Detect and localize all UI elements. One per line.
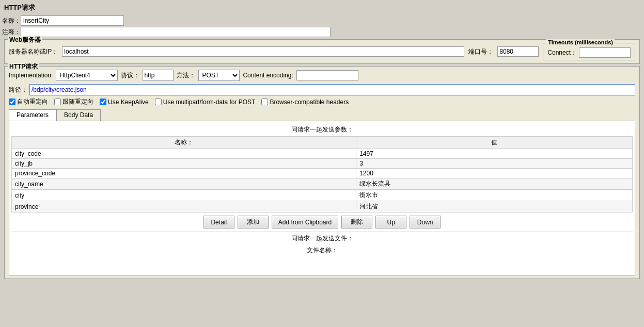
param-name: province_code: [12, 169, 356, 178]
encoding-input[interactable]: [296, 70, 358, 80]
table-row[interactable]: city_name绿水长流县: [12, 178, 633, 190]
impl-select[interactable]: HttpClient4: [56, 70, 118, 81]
comment-label: 注释：: [2, 28, 21, 37]
down-button[interactable]: Down: [410, 216, 441, 228]
cb-auto-redirect[interactable]: 自动重定向: [9, 97, 48, 106]
add-button[interactable]: 添加: [238, 216, 269, 228]
cb-multipart-label: Use multipart/form-data for POST: [163, 99, 256, 106]
checkboxes-row: 自动重定向 跟随重定向 Use KeepAlive Use multipart/…: [9, 97, 635, 106]
comment-row: 注释：: [2, 27, 642, 37]
param-value: 衡水市: [356, 190, 633, 201]
connect-input[interactable]: [579, 47, 631, 58]
table-row[interactable]: city_jb3: [12, 159, 633, 169]
param-name: province: [12, 201, 356, 212]
params-table: 名称： 值 city_code1497city_jb3province_code…: [11, 136, 633, 212]
add-clipboard-button[interactable]: Add from Clipboard: [272, 216, 338, 228]
param-value: 3: [356, 159, 633, 169]
delete-button[interactable]: 删除: [341, 216, 372, 228]
table-row[interactable]: province_code1200: [12, 169, 633, 178]
param-name: city: [12, 190, 356, 201]
filename-label: 文件名称：: [307, 247, 338, 254]
tab-body-data[interactable]: Body Data: [56, 109, 101, 121]
table-row[interactable]: province河北省: [12, 201, 633, 212]
param-name: city_code: [12, 149, 356, 159]
file-section: 同请求一起发送文件：: [11, 232, 633, 245]
file-name-row: 文件名称：: [11, 245, 633, 256]
col-header-value: 值: [356, 137, 633, 149]
page: HTTP请求 名称： 注释： Web服务器 服务器名称或IP： 端口号： Tim…: [0, 0, 644, 327]
name-input[interactable]: [21, 15, 124, 26]
param-value: 1497: [356, 149, 633, 159]
table-row[interactable]: city衡水市: [12, 190, 633, 201]
encoding-label: Content encoding:: [243, 72, 293, 79]
comment-input[interactable]: [21, 27, 331, 37]
cb-browser-headers-label: Browser-compatible headers: [270, 99, 349, 106]
param-name: city_jb: [12, 159, 356, 169]
detail-button[interactable]: Detail: [203, 216, 234, 228]
param-value: 河北省: [356, 201, 633, 212]
file-section-title: 同请求一起发送文件：: [291, 235, 353, 242]
cb-browser-headers[interactable]: Browser-compatible headers: [261, 99, 349, 106]
http-section: HTTP请求 Implementation: HttpClient4 协议： 方…: [4, 66, 640, 279]
param-value: 绿水长流县: [356, 178, 633, 190]
path-label: 路径：: [9, 86, 27, 94]
cb-multipart-input[interactable]: [155, 99, 162, 105]
cb-keepalive[interactable]: Use KeepAlive: [100, 99, 149, 106]
cb-follow-redirect-label: 跟随重定向: [62, 97, 93, 106]
cb-browser-headers-input[interactable]: [261, 99, 268, 105]
tab-content: 同请求一起发送参数： 名称： 值 city_code1497city_jb3pr…: [9, 121, 635, 275]
cb-keepalive-input[interactable]: [100, 99, 106, 105]
up-button[interactable]: Up: [375, 216, 406, 228]
table-row[interactable]: city_code1497: [12, 149, 633, 159]
webserver-section: Web服务器 服务器名称或IP： 端口号： Timeouts (millisec…: [4, 39, 640, 64]
method-label: 方法：: [177, 71, 195, 80]
protocol-label: 协议：: [121, 71, 139, 80]
name-label: 名称：: [2, 17, 21, 25]
timeouts-section: Timeouts (milliseconds) Connect：: [543, 43, 635, 60]
connect-label: Connect：: [547, 48, 577, 57]
impl-label: Implementation:: [9, 72, 53, 79]
protocol-input[interactable]: [143, 70, 174, 81]
timeouts-legend: Timeouts (milliseconds): [546, 39, 615, 45]
server-label: 服务器名称或IP：: [9, 47, 58, 56]
cb-keepalive-label: Use KeepAlive: [108, 99, 149, 106]
cb-follow-redirect-input[interactable]: [54, 99, 61, 105]
path-input[interactable]: [29, 84, 635, 95]
btn-row: Detail 添加 Add from Clipboard 删除 Up Down: [11, 212, 633, 232]
port-input[interactable]: [497, 46, 539, 57]
webserver-legend: Web服务器: [8, 36, 42, 44]
cb-multipart[interactable]: Use multipart/form-data for POST: [155, 99, 256, 106]
params-title: 同请求一起发送参数：: [11, 123, 633, 136]
col-header-name: 名称：: [12, 137, 356, 149]
port-label: 端口号：: [468, 47, 493, 56]
tab-parameters[interactable]: Parameters: [9, 109, 56, 121]
param-name: city_name: [12, 178, 356, 190]
cb-auto-redirect-label: 自动重定向: [17, 97, 48, 106]
name-row: 名称：: [2, 15, 642, 26]
page-title: HTTP请求: [2, 2, 642, 13]
param-value: 1200: [356, 169, 633, 178]
cb-auto-redirect-input[interactable]: [9, 99, 15, 105]
http-legend: HTTP请求: [8, 62, 39, 71]
server-input[interactable]: [62, 46, 464, 57]
cb-follow-redirect[interactable]: 跟随重定向: [54, 97, 93, 106]
tabs-header: Parameters Body Data: [9, 109, 635, 121]
method-select[interactable]: POST GET PUT DELETE: [198, 70, 240, 81]
